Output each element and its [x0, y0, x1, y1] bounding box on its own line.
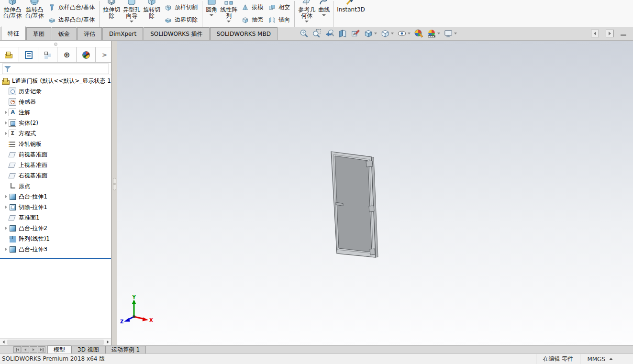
- panel-splitter[interactable]: [111, 41, 117, 345]
- display-style-dropdown-icon[interactable]: [391, 33, 394, 34]
- mirror-button[interactable]: 镜向: [266, 13, 292, 26]
- reference-geometry-dropdown-icon[interactable]: [305, 21, 309, 22]
- shell-button[interactable]: 抽壳: [239, 13, 266, 26]
- tree-filter-input[interactable]: [2, 64, 109, 74]
- previous-view-button[interactable]: [325, 29, 334, 38]
- expand-arrow-icon[interactable]: [3, 132, 9, 135]
- command-tab[interactable]: SOLIDWORKS 插件: [144, 27, 209, 40]
- view-orientation-button[interactable]: [364, 29, 377, 38]
- lofted-cut-button[interactable]: 放样切割: [162, 1, 200, 13]
- tree-item[interactable]: 历史记录: [0, 86, 111, 97]
- document-tab[interactable]: 运动算例 1: [105, 346, 146, 353]
- zoom-to-area-button[interactable]: [312, 29, 322, 38]
- tree-item[interactable]: 注解: [0, 107, 111, 118]
- graphics-viewport[interactable]: Y X Z: [117, 41, 633, 345]
- next-study-button[interactable]: [30, 346, 37, 353]
- tree-item[interactable]: 基准面1: [0, 212, 111, 223]
- tree-root-item[interactable]: L通道门板 (默认<<默认>_显示状态 1>: [0, 76, 111, 86]
- expand-arrow-icon[interactable]: [3, 121, 9, 125]
- tab-display-manager[interactable]: [77, 47, 96, 62]
- tree-item[interactable]: 凸台-拉伸3: [0, 244, 111, 254]
- zoom-to-fit-button[interactable]: [299, 29, 309, 38]
- hide-show-items-button[interactable]: [397, 29, 411, 38]
- expand-arrow-icon[interactable]: [3, 110, 9, 114]
- command-tab[interactable]: SOLIDWORKS MBD: [210, 27, 278, 40]
- intersect-button[interactable]: 相交: [266, 1, 292, 13]
- units-selector[interactable]: MMGS: [587, 356, 620, 363]
- door-panel-model[interactable]: [315, 139, 401, 268]
- scroll-right-button[interactable]: [104, 340, 111, 344]
- hide-show-items-dropdown-icon[interactable]: [408, 33, 411, 34]
- hole-wizard-button[interactable]: 异型孔 向导: [122, 0, 142, 27]
- tree-item[interactable]: 凸台-拉伸1: [0, 191, 111, 202]
- reference-triad[interactable]: Y X Z: [120, 295, 153, 328]
- last-study-button[interactable]: [38, 346, 45, 353]
- tree-item[interactable]: 切除-拉伸1: [0, 202, 111, 212]
- apply-scene-button[interactable]: [427, 29, 440, 38]
- fillet-dropdown-icon[interactable]: [210, 14, 213, 16]
- tree-item[interactable]: 传感器: [0, 97, 111, 107]
- tab-dimxpert-manager[interactable]: ⊕: [57, 47, 77, 62]
- view-settings-dropdown-icon[interactable]: [454, 33, 457, 34]
- door-hinge-top[interactable]: [366, 161, 373, 167]
- tree-item[interactable]: 方程式: [0, 128, 111, 139]
- section-view-button[interactable]: [338, 29, 347, 38]
- curves-button[interactable]: 曲线: [317, 0, 331, 27]
- scroll-left-button[interactable]: [0, 340, 7, 344]
- scrollbar-thumb[interactable]: [7, 340, 104, 345]
- hide-show-items-icon: [397, 29, 407, 38]
- tree-item[interactable]: 前视基准面: [0, 149, 111, 160]
- dynamic-annotation-views-button[interactable]: A: [351, 29, 360, 38]
- view-settings-button[interactable]: [444, 29, 457, 38]
- display-style-button[interactable]: [380, 29, 394, 38]
- draft-button[interactable]: 拔模: [239, 1, 266, 13]
- document-tab[interactable]: 模型: [47, 345, 71, 353]
- command-tab[interactable]: 评估: [77, 27, 102, 40]
- reference-geometry-button[interactable]: 参考几 何体: [297, 0, 317, 27]
- view-orientation-dropdown-icon[interactable]: [374, 33, 377, 34]
- boundary-cut-button[interactable]: 边界切除: [162, 13, 200, 26]
- linear-pattern-button[interactable]: 线性阵 列: [219, 0, 239, 27]
- door-hinge-bottom[interactable]: [370, 249, 375, 255]
- tree-item[interactable]: 右视基准面: [0, 170, 111, 181]
- fillet-button[interactable]: 圆角: [204, 0, 219, 27]
- document-tab[interactable]: 3D 视图: [71, 346, 105, 353]
- boundary-boss-button[interactable]: 边界凸台/基体: [45, 13, 97, 26]
- expand-arrow-icon[interactable]: [3, 226, 9, 230]
- tab-configuration-manager[interactable]: [38, 47, 57, 62]
- tree-item[interactable]: 凸台-拉伸2: [0, 223, 111, 233]
- collapse-left-pane-button[interactable]: [591, 30, 599, 37]
- command-tab[interactable]: 钣金: [52, 27, 77, 40]
- tree-item[interactable]: 阵列(线性)1: [0, 233, 111, 244]
- revolved-cut-button[interactable]: 旋转切 除: [142, 0, 162, 27]
- apply-scene-dropdown-icon[interactable]: [437, 33, 440, 34]
- curves-dropdown-icon[interactable]: [322, 14, 326, 16]
- edit-appearance-button[interactable]: [414, 29, 423, 38]
- tree-item[interactable]: 实体(2): [0, 118, 111, 128]
- instant3d-button[interactable]: Instant3D: [335, 0, 366, 27]
- revolved-boss-button[interactable]: 旋转凸 台/基体: [23, 0, 45, 27]
- extruded-cut-button[interactable]: 拉伸切 除: [101, 0, 122, 27]
- expand-arrow-icon[interactable]: [3, 247, 9, 251]
- panel-grip[interactable]: [0, 41, 111, 47]
- hole-wizard-dropdown-icon[interactable]: [130, 21, 133, 22]
- tree-item[interactable]: 上视基准面: [0, 160, 111, 170]
- command-tab[interactable]: 特征: [1, 26, 26, 40]
- command-tab[interactable]: DimXpert: [102, 27, 143, 40]
- tab-feature-manager-design-tree[interactable]: [0, 47, 19, 62]
- manager-tabs-expand-button[interactable]: >: [96, 47, 111, 62]
- previous-study-button[interactable]: [22, 346, 29, 353]
- command-tab[interactable]: 草图: [26, 27, 51, 40]
- expand-arrow-icon[interactable]: [3, 205, 9, 209]
- lofted-boss-button[interactable]: 放样凸台/基体: [45, 1, 97, 13]
- tree-item[interactable]: 冷轧钢板: [0, 139, 111, 149]
- expand-right-pane-button[interactable]: [606, 30, 614, 37]
- extruded-boss-button[interactable]: 拉伸凸 台/基体: [1, 0, 23, 27]
- tab-property-manager[interactable]: [19, 47, 38, 62]
- expand-arrow-icon[interactable]: [3, 195, 9, 199]
- minimize-pane-icon[interactable]: [621, 34, 626, 36]
- door-hinge-middle[interactable]: [369, 206, 374, 212]
- first-study-button[interactable]: [13, 346, 21, 353]
- tree-item[interactable]: 原点: [0, 181, 111, 191]
- linear-pattern-dropdown-icon[interactable]: [227, 21, 231, 22]
